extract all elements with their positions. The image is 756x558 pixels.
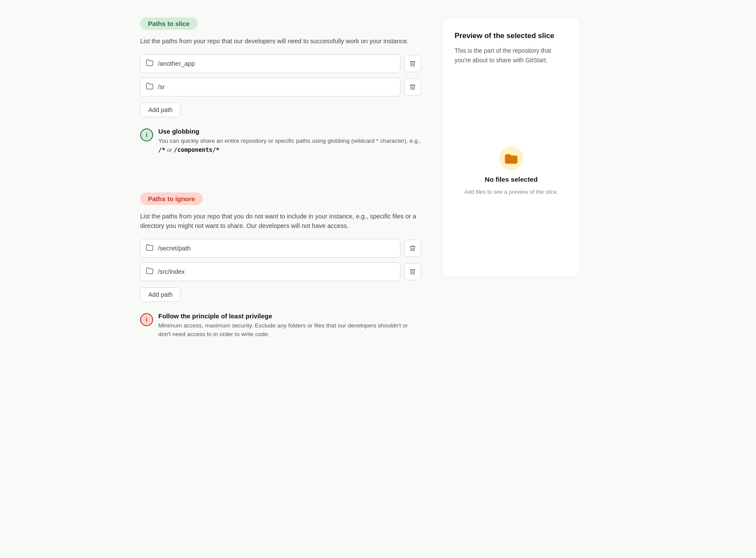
- path-ignore-input-0[interactable]: [158, 245, 395, 252]
- delete-path-ignore-1[interactable]: [404, 263, 421, 280]
- add-path-ignore-button[interactable]: Add path: [140, 287, 181, 302]
- paths-to-slice-badge: Paths to slice: [140, 17, 198, 30]
- folder-icon-ignore-1: [146, 267, 154, 276]
- preview-description: This is the part of the repository that …: [455, 46, 568, 65]
- preview-card: Preview of the selected slice This is th…: [442, 17, 580, 277]
- preview-folder-icon: [499, 146, 523, 170]
- folder-icon-ignore-0: [146, 244, 154, 253]
- paths-to-ignore-list: [140, 239, 421, 281]
- path-ignore-row-1: [140, 262, 421, 281]
- path-slice-input-1[interactable]: [158, 83, 395, 90]
- left-panel: Paths to slice List the paths from your …: [140, 17, 421, 541]
- globbing-info-box: i Use globbing You can quickly share an …: [140, 128, 421, 155]
- add-path-ignore-label: Add path: [148, 291, 173, 298]
- path-slice-row-0: [140, 54, 421, 73]
- globbing-info-text: Use globbing You can quickly share an en…: [158, 128, 421, 155]
- privilege-info-body: Minimum access, maximum security. Exclud…: [158, 321, 421, 339]
- paths-to-ignore-badge: Paths to ignore: [140, 192, 203, 205]
- folder-icon-slice-0: [146, 59, 154, 68]
- path-slice-row-1: [140, 77, 421, 96]
- paths-to-slice-list: [140, 54, 421, 96]
- right-panel: Preview of the selected slice This is th…: [442, 17, 580, 541]
- path-slice-input-0[interactable]: [158, 60, 395, 67]
- add-path-slice-button[interactable]: Add path: [140, 103, 181, 117]
- path-slice-input-wrapper-0: [140, 54, 400, 73]
- paths-to-ignore-description: List the paths from your repo that you d…: [140, 212, 421, 231]
- path-slice-input-wrapper-1: [140, 77, 400, 96]
- preview-title: Preview of the selected slice: [455, 32, 568, 40]
- section-divider: [140, 172, 421, 192]
- path-ignore-input-wrapper-0: [140, 239, 400, 258]
- folder-icon-slice-1: [146, 82, 154, 92]
- privilege-info-icon: i: [140, 313, 153, 326]
- globbing-info-body: You can quickly share an entire reposito…: [158, 137, 421, 155]
- privilege-info-box: i Follow the principle of least privileg…: [140, 312, 421, 339]
- path-ignore-input-1[interactable]: [158, 268, 395, 275]
- delete-path-slice-0[interactable]: [404, 55, 421, 72]
- add-path-slice-label: Add path: [148, 106, 173, 113]
- path-ignore-input-wrapper-1: [140, 262, 400, 281]
- privilege-info-text: Follow the principle of least privilege …: [158, 312, 421, 339]
- delete-path-slice-1[interactable]: [404, 78, 421, 96]
- preview-empty-area: No files selected Add files to see a pre…: [455, 79, 568, 263]
- page-container: Paths to slice List the paths from your …: [140, 17, 616, 541]
- privilege-info-title: Follow the principle of least privilege: [158, 312, 421, 320]
- globbing-info-icon: i: [140, 128, 153, 141]
- paths-to-slice-section: Paths to slice List the paths from your …: [140, 17, 421, 154]
- path-ignore-row-0: [140, 239, 421, 258]
- no-files-desc: Add files to see a preview of the slice.: [464, 189, 558, 195]
- no-files-title: No files selected: [485, 176, 538, 183]
- paths-to-slice-description: List the paths from your repo that our d…: [140, 37, 421, 46]
- paths-to-ignore-section: Paths to ignore List the paths from your…: [140, 192, 421, 339]
- globbing-info-title: Use globbing: [158, 128, 421, 135]
- delete-path-ignore-0[interactable]: [404, 240, 421, 257]
